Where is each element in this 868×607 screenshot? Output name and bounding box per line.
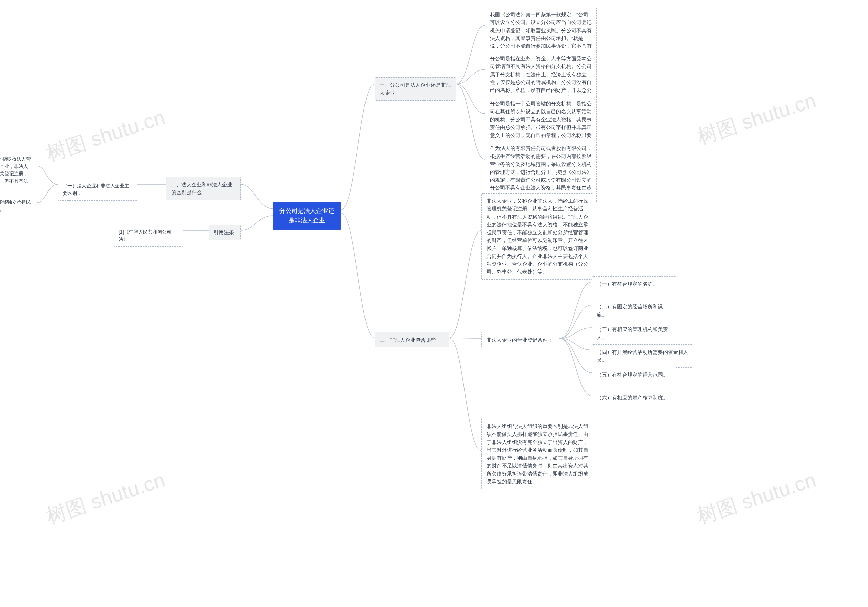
branch-4[interactable]: 引用法条 bbox=[209, 225, 241, 240]
b3-leaf-1[interactable]: 非法人企业，又称企业非法人，指经工商行政管理机关登记注册，从事营利性生产经营活动… bbox=[482, 193, 594, 280]
b4-leaf[interactable]: [1]《中华人民共和国公司法》 bbox=[113, 225, 183, 247]
b3-sub-item-5[interactable]: （五）有符合规定的经营范围。 bbox=[592, 367, 676, 382]
branch-3[interactable]: 三、非法人企业包含哪些 bbox=[375, 332, 449, 347]
b3-sub-item-1[interactable]: （一）有符合规定的名称。 bbox=[592, 276, 676, 291]
b3-sub-item-3[interactable]: （三）有相应的管理机构和负责人。 bbox=[592, 322, 676, 345]
b3-sub-item-2[interactable]: （二）有固定的经营场所和设施。 bbox=[592, 299, 676, 322]
watermark: 树图 shutu.cn bbox=[694, 466, 820, 530]
watermark: 树图 shutu.cn bbox=[43, 466, 169, 530]
b3-sub-item-4[interactable]: （四）有开展经营活动所需要的资金和人员。 bbox=[592, 344, 693, 368]
b3-leaf-3[interactable]: 非法人组织与法人组织的重要区别是非法人组织不能像法人那样能够独立承担民事责任。由… bbox=[482, 418, 594, 489]
b3-sub[interactable]: 非法人企业的营业登记条件： bbox=[482, 332, 560, 347]
b2-leaf-1[interactable]: 1、概念区别。法人企业是指取得法人营业执照、具有法人地位的企业；非法人企业指经工… bbox=[0, 152, 37, 196]
b3-sub-item-6[interactable]: （六）有相应的财产核算制度。 bbox=[592, 390, 676, 405]
branch-2[interactable]: 二、法人企业和非法人企业的区别是什么 bbox=[166, 177, 241, 200]
branch-1[interactable]: 一、分公司是法人企业还是非法人企业 bbox=[375, 77, 456, 101]
b2-leaf-2[interactable]: 2、责任区别。法人企业能够独立承担民事责任，非法人企业不能。 bbox=[0, 195, 37, 217]
watermark: 树图 shutu.cn bbox=[694, 87, 820, 151]
watermark: 树图 shutu.cn bbox=[43, 104, 169, 168]
b2-sub[interactable]: （一）法人企业和非法人企业主要区别： bbox=[57, 179, 137, 201]
root-node[interactable]: 分公司是法人企业还是非法人企业 bbox=[273, 202, 341, 230]
